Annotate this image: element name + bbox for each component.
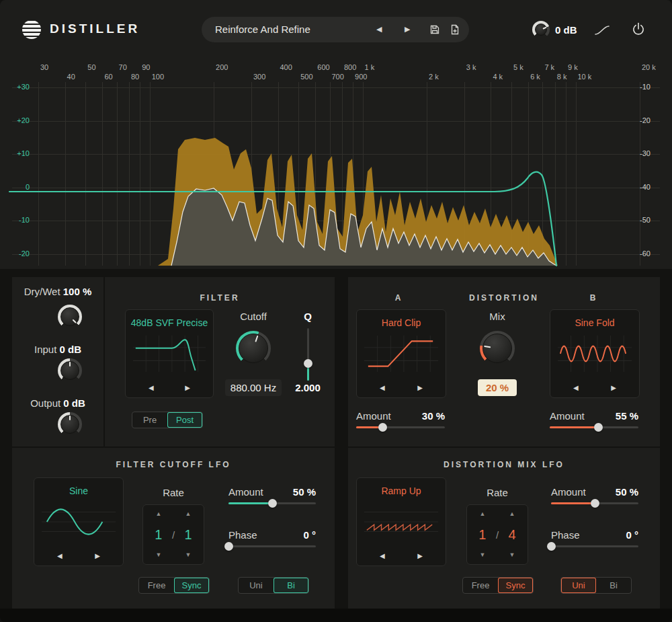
filter-type-prev-button[interactable]: ◀ [149, 385, 154, 391]
distortion-a-amount-slider[interactable] [356, 422, 445, 432]
post-option[interactable]: Post [167, 412, 202, 428]
grid-vline [427, 82, 427, 266]
freq-tick-label: 70 [119, 63, 127, 71]
mix-lfo-header: DISTORTION MIX LFO [348, 460, 660, 469]
q-slider[interactable] [304, 328, 312, 381]
freq-tick-label: 6 k [530, 73, 540, 81]
response-curve-icon[interactable] [594, 24, 610, 39]
mix-lfo-free-sync-toggle: Free Sync [462, 577, 534, 594]
rate-denominator: 4 [509, 527, 516, 543]
mix-lfo-amount-value: 50 % [616, 486, 638, 498]
filter-lfo-amount-slider[interactable] [228, 498, 316, 508]
preset-name[interactable]: Reinforce And Refine [215, 24, 310, 35]
filter-lfo-rate-stepper: ▲ 1 ▼ / ▲ 1 ▼ [142, 504, 204, 565]
filter-lfo-shape-selector: Sine ◀ ▶ [34, 477, 124, 566]
drywet-knob[interactable] [58, 305, 82, 329]
mix-lfo-shape-prev-button[interactable]: ◀ [380, 553, 385, 559]
slot-b-label: B [585, 293, 601, 303]
db-tick-label-right: -50 [640, 216, 650, 224]
uni-option[interactable]: Uni [561, 578, 596, 593]
rate-denominator-up-button[interactable]: ▲ [509, 511, 515, 517]
filter-lfo-shape-next-button[interactable]: ▶ [95, 553, 100, 559]
filter-type-next-button[interactable]: ▶ [185, 385, 190, 391]
input-knob[interactable] [58, 358, 82, 383]
sync-option[interactable]: Sync [174, 578, 209, 593]
rate-numerator-down-button[interactable]: ▼ [479, 552, 485, 558]
distortion-b-amount-label: Amount [550, 410, 585, 422]
output-knob[interactable] [58, 412, 82, 436]
cutoff-value[interactable]: 880.00 Hz [225, 379, 282, 396]
mix-value[interactable]: 20 % [478, 379, 517, 396]
mix-lfo-rate-stepper: ▲ 1 ▼ / ▲ 4 ▼ [466, 504, 528, 565]
freq-tick-label: 500 [300, 73, 312, 81]
free-option[interactable]: Free [139, 578, 174, 593]
q-value[interactable]: 2.000 [288, 382, 328, 393]
distortion-b-next-button[interactable]: ▶ [611, 385, 616, 391]
preset-prev-button[interactable]: ◀ [376, 26, 382, 33]
filter-lfo-phase-slider[interactable] [228, 541, 316, 551]
preset-next-button[interactable]: ▶ [405, 26, 410, 33]
rate-denominator-down-button[interactable]: ▼ [509, 552, 515, 558]
freq-tick-label: 4 k [493, 73, 503, 81]
distortion-mix-lfo-panel: DISTORTION MIX LFO Ramp Up ◀ ▶ Rate ▲ 1 … [348, 448, 660, 609]
grid-hline [12, 254, 660, 255]
rate-numerator-up-button[interactable]: ▲ [155, 511, 161, 517]
distortion-a-prev-button[interactable]: ◀ [380, 385, 385, 391]
save-preset-as-icon[interactable] [449, 24, 461, 38]
bi-option[interactable]: Bi [274, 578, 308, 593]
mix-lfo-amount-slider[interactable] [551, 498, 638, 508]
freq-tick-label: 60 [104, 73, 112, 81]
db-tick-label-left: -20 [8, 249, 30, 258]
distortion-b-prev-button[interactable]: ◀ [573, 385, 579, 391]
grid-vline [566, 82, 566, 266]
distortion-b-amount-slider[interactable] [550, 422, 638, 432]
grid-vline [342, 82, 343, 266]
freq-tick-label: 1 k [365, 63, 375, 71]
cutoff-knob[interactable] [236, 331, 271, 366]
distortion-a-next-button[interactable]: ▶ [417, 385, 423, 391]
top-bar: DISTILLER Reinforce And Refine ◀ ▶ 0 dB [0, 0, 672, 59]
input-label: Input 0 dB [12, 344, 103, 355]
grid-vline [315, 82, 316, 266]
grid-vline [102, 82, 103, 266]
mix-lfo-phase-label: Phase [551, 529, 580, 541]
db-tick-label-left: +20 [8, 116, 30, 124]
power-button[interactable] [630, 22, 646, 40]
grid-vline [576, 82, 577, 266]
filter-lfo-amount-row: Amount 50 % [228, 486, 316, 498]
rate-numerator-up-button[interactable]: ▲ [479, 511, 485, 517]
rate-separator: / [495, 529, 500, 541]
mix-lfo-shape-next-button[interactable]: ▶ [417, 553, 423, 559]
filter-lfo-shape-name: Sine [34, 485, 123, 496]
distortion-b-type-name: Sine Fold [550, 317, 639, 328]
output-value: 0 dB [63, 397, 85, 409]
uni-option[interactable]: Uni [239, 578, 274, 593]
filter-lfo-shape-prev-button[interactable]: ◀ [57, 553, 62, 559]
free-option[interactable]: Free [463, 578, 498, 593]
io-panel: Dry/Wet 100 % Input 0 dB Output 0 dB [12, 277, 103, 446]
rate-denominator-up-button[interactable]: ▲ [185, 511, 192, 517]
distortion-a-amount-value: 30 % [422, 410, 445, 422]
db-tick-label-right: -60 [640, 249, 650, 258]
grid-vline [278, 82, 279, 266]
freq-tick-label: 600 [317, 63, 329, 71]
mix-lfo-phase-slider[interactable] [551, 541, 638, 551]
filter-lfo-phase-row: Phase 0 ° [228, 529, 316, 541]
freq-tick-label: 50 [87, 63, 95, 71]
grid-vline [117, 82, 118, 266]
mix-knob[interactable] [480, 331, 515, 366]
output-gain-knob[interactable] [532, 21, 550, 38]
sync-option[interactable]: Sync [498, 578, 533, 593]
sine-fold-graphic [556, 334, 633, 373]
pre-option[interactable]: Pre [132, 412, 167, 428]
db-tick-label-left: +30 [8, 83, 30, 91]
bi-option[interactable]: Bi [596, 578, 631, 593]
rate-denominator-down-button[interactable]: ▼ [185, 552, 192, 558]
rate-numerator: 1 [155, 527, 162, 543]
distortion-a-type-name: Hard Clip [357, 317, 446, 328]
save-preset-icon[interactable] [429, 24, 441, 38]
rate-numerator-down-button[interactable]: ▼ [155, 552, 161, 558]
db-tick-label-right: -20 [640, 116, 650, 124]
freq-tick-label: 800 [344, 63, 356, 71]
distiller-plugin-window: DISTILLER Reinforce And Refine ◀ ▶ 0 dB [0, 0, 672, 622]
